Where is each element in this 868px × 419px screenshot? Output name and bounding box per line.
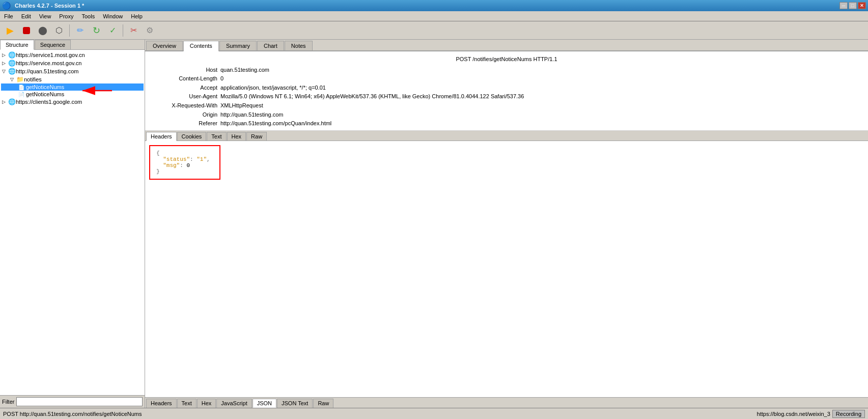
tab-summary[interactable]: Summary bbox=[219, 41, 257, 50]
tab-overview[interactable]: Overview bbox=[146, 41, 183, 50]
toolbar-separator-2 bbox=[123, 24, 123, 37]
sub-tabs: Headers Cookies Text Hex Raw bbox=[145, 131, 868, 141]
stop-button[interactable] bbox=[19, 23, 34, 38]
tab-structure[interactable]: Structure bbox=[0, 40, 34, 50]
globe-icon-3: 🌐 bbox=[8, 68, 16, 75]
expand-arrow-1: ▷ bbox=[2, 52, 8, 58]
tools-button[interactable]: ✂ bbox=[126, 23, 141, 38]
menu-tools[interactable]: Tools bbox=[79, 13, 97, 20]
bottom-tab-raw[interactable]: Raw bbox=[313, 399, 333, 408]
header-value-referer: http://quan.51testing.com/pcQuan/index.h… bbox=[220, 119, 331, 128]
header-value-user-agent: Mozilla/5.0 (Windows NT 6.1; Win64; x64)… bbox=[220, 92, 524, 101]
bottom-tabs: Headers Text Hex JavaScript JSON JSON Te… bbox=[145, 397, 868, 408]
tree-label-quan: http://quan.51testing.com bbox=[16, 68, 79, 74]
status-left-text: POST http://quan.51testing.com/notifies/… bbox=[3, 411, 757, 417]
json-line-brace-close: } bbox=[156, 169, 213, 175]
json-line-status: "status": "1", bbox=[156, 156, 213, 162]
tree-container[interactable]: ▷ 🌐 https://service1.most.gov.cn ▷ 🌐 htt… bbox=[0, 50, 145, 395]
header-name-content-length: Content-Length bbox=[149, 74, 220, 83]
title-bar-controls: ─ □ ✕ bbox=[839, 2, 866, 9]
sub-tab-hex[interactable]: Hex bbox=[227, 132, 246, 141]
top-tabs: Overview Contents Summary Chart Notes bbox=[145, 40, 868, 51]
expand-arrow-notifies: ▽ bbox=[10, 77, 16, 82]
menu-file[interactable]: File bbox=[2, 13, 15, 20]
header-name-host: Host bbox=[149, 66, 220, 75]
menu-help[interactable]: Help bbox=[129, 13, 145, 20]
header-value-accept: application/json, text/javascript, */*; … bbox=[220, 83, 326, 93]
header-name-origin: Origin bbox=[149, 110, 220, 120]
globe-icon-1: 🌐 bbox=[8, 51, 16, 59]
bottom-tab-json[interactable]: JSON bbox=[253, 399, 276, 408]
tab-chart[interactable]: Chart bbox=[257, 41, 284, 50]
menu-view[interactable]: View bbox=[37, 13, 53, 20]
bottom-tab-text[interactable]: Text bbox=[177, 399, 197, 408]
status-right: https://blog.csdn.net/weixin_3 Recording bbox=[757, 410, 865, 418]
tree-item-getnotice1[interactable]: 📄 getNoticeNums bbox=[1, 83, 144, 91]
compose-button[interactable]: ↻ bbox=[89, 23, 103, 38]
status-url: https://blog.csdn.net/weixin_3 bbox=[757, 411, 830, 417]
globe-icon-google: 🌐 bbox=[8, 98, 16, 105]
maximize-button[interactable]: □ bbox=[849, 2, 857, 9]
tab-notes[interactable]: Notes bbox=[285, 41, 313, 50]
header-value-host: quan.51testing.com bbox=[220, 66, 269, 75]
tree-label-google: https://clients1.google.com bbox=[16, 99, 82, 105]
header-row-content-length: Content-Length 0 bbox=[149, 74, 864, 83]
tab-contents[interactable]: Contents bbox=[183, 41, 219, 51]
settings-button[interactable]: ⚙ bbox=[143, 23, 157, 38]
header-value-origin: http://quan.51testing.com bbox=[220, 110, 284, 120]
toolbar: ▶ ⬤ ⬡ ✏ ↻ ✓ ✂ ⚙ bbox=[0, 21, 868, 40]
method-line: POST /notifies/getNoticeNums HTTP/1.1 bbox=[149, 53, 864, 66]
breakpoint-button[interactable]: ⬡ bbox=[52, 23, 66, 38]
header-row-origin: Origin http://quan.51testing.com bbox=[149, 110, 864, 120]
folder-icon-notifies: 📁 bbox=[16, 76, 24, 83]
throttle-button[interactable]: ⬤ bbox=[36, 23, 50, 38]
menu-edit[interactable]: Edit bbox=[19, 13, 33, 20]
bottom-tab-json-text[interactable]: JSON Text bbox=[277, 399, 313, 408]
tree-item-google[interactable]: ▷ 🌐 https://clients1.google.com bbox=[1, 98, 144, 106]
request-headers-area: POST /notifies/getNoticeNums HTTP/1.1 Ho… bbox=[145, 51, 868, 131]
toolbar-separator-1 bbox=[69, 24, 70, 37]
status-recording: Recording bbox=[832, 410, 865, 418]
record-button[interactable]: ▶ bbox=[3, 23, 17, 38]
filter-input[interactable] bbox=[16, 397, 143, 406]
sub-tab-text[interactable]: Text bbox=[207, 132, 226, 141]
sub-tab-cookies[interactable]: Cookies bbox=[177, 132, 207, 141]
edit-button[interactable]: ✏ bbox=[73, 23, 87, 38]
sub-tab-headers[interactable]: Headers bbox=[146, 132, 177, 141]
request-icon-2: 📄 bbox=[18, 92, 24, 97]
json-line-msg: "msg": 0 bbox=[156, 162, 213, 169]
minimize-button[interactable]: ─ bbox=[839, 2, 848, 9]
tree-item-service[interactable]: ▷ 🌐 https://service.most.gov.cn bbox=[1, 59, 144, 67]
close-button[interactable]: ✕ bbox=[858, 2, 866, 9]
tab-sequence[interactable]: Sequence bbox=[35, 40, 71, 49]
validate-button[interactable]: ✓ bbox=[105, 23, 120, 38]
tree-item-service1[interactable]: ▷ 🌐 https://service1.most.gov.cn bbox=[1, 51, 144, 59]
method-line-text: POST /notifies/getNoticeNums HTTP/1.1 bbox=[456, 56, 557, 62]
right-panel: Overview Contents Summary Chart Notes PO… bbox=[145, 40, 868, 408]
tree-item-notifies[interactable]: ▽ 📁 notifies bbox=[1, 75, 144, 83]
bottom-tab-hex[interactable]: Hex bbox=[197, 399, 216, 408]
tree-item-getnotice2[interactable]: 📄 getNoticeNums bbox=[1, 91, 144, 98]
tree-label-getnotice1: getNoticeNums bbox=[26, 84, 64, 90]
filter-bar: Filter bbox=[0, 395, 145, 408]
tree-label-notifies: notifies bbox=[24, 76, 42, 82]
title-bar-left: 🔵 Charles 4.2.7 - Session 1 * bbox=[2, 2, 84, 10]
json-line-brace-open: { bbox=[156, 150, 213, 156]
header-name-x-requested: X-Requested-With bbox=[149, 101, 220, 110]
bottom-tab-headers[interactable]: Headers bbox=[146, 399, 177, 408]
menu-window[interactable]: Window bbox=[101, 13, 125, 20]
menu-proxy[interactable]: Proxy bbox=[57, 13, 75, 20]
status-bar: POST http://quan.51testing.com/notifies/… bbox=[0, 408, 868, 419]
json-response-box: { "status": "1", "msg": 0 } bbox=[149, 145, 220, 180]
tree-item-quan[interactable]: ▽ 🌐 http://quan.51testing.com bbox=[1, 67, 144, 75]
sub-tab-raw[interactable]: Raw bbox=[246, 132, 267, 141]
bottom-tab-javascript[interactable]: JavaScript bbox=[216, 399, 251, 408]
header-row-user-agent: User-Agent Mozilla/5.0 (Windows NT 6.1; … bbox=[149, 92, 864, 101]
header-row-referer: Referer http://quan.51testing.com/pcQuan… bbox=[149, 119, 864, 128]
header-row-x-requested: X-Requested-With XMLHttpRequest bbox=[149, 101, 864, 110]
expand-arrow-2: ▷ bbox=[2, 61, 8, 66]
menu-bar: File Edit View Proxy Tools Window Help bbox=[0, 11, 868, 21]
header-name-user-agent: User-Agent bbox=[149, 92, 220, 101]
header-value-x-requested: XMLHttpRequest bbox=[220, 101, 263, 110]
response-area: { "status": "1", "msg": 0 } bbox=[145, 141, 868, 397]
